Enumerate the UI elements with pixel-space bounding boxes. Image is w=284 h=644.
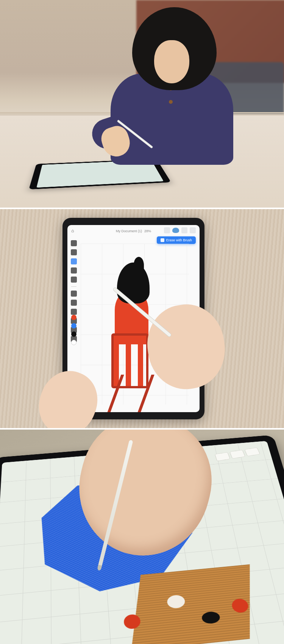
cloud-icon[interactable] (172, 228, 179, 233)
photo-panel-closeup (0, 430, 284, 644)
brush-tool-icon[interactable] (71, 258, 77, 264)
photo-panel-tablet-topdown: ⌂ My Document (1) 28% Erase with Brush (0, 209, 284, 428)
move-tool-icon[interactable] (71, 240, 77, 246)
primary-action-pill[interactable]: Erase with Brush (157, 236, 196, 244)
person-drawing (102, 10, 239, 176)
primary-action-label: Erase with Brush (166, 238, 192, 242)
tool-separator (71, 286, 76, 287)
swatch-red[interactable] (71, 315, 76, 320)
app-topbar: ⌂ My Document (1) 28% (67, 225, 200, 237)
person-right-arm (161, 118, 226, 149)
artwork-chair (111, 333, 148, 388)
eraser-tool-icon[interactable] (71, 277, 77, 283)
photo-panel-artist-at-desk (0, 0, 284, 208)
swatch-white[interactable] (71, 340, 76, 345)
pen-tool-icon[interactable] (71, 267, 77, 274)
home-icon[interactable]: ⌂ (71, 228, 74, 233)
text-tool-icon[interactable] (71, 300, 77, 306)
topbar-right-icons (164, 227, 196, 233)
swatch-black[interactable] (71, 331, 76, 337)
brush-icon (161, 238, 164, 242)
zoom-label: 28% (144, 229, 151, 233)
settings-icon[interactable] (190, 227, 196, 233)
swatch-blue[interactable] (71, 323, 76, 328)
person-face (154, 40, 190, 83)
crop-tool-icon[interactable] (71, 309, 77, 315)
artwork-hat (134, 257, 144, 273)
document-title: My Document (1) (116, 229, 142, 233)
share-icon[interactable] (181, 227, 187, 233)
select-tool-icon[interactable] (71, 249, 77, 255)
undo-icon[interactable] (164, 227, 170, 233)
tablet-device: ⌂ My Document (1) 28% Erase with Brush (62, 218, 204, 419)
shape-tool-icon[interactable] (71, 291, 77, 297)
color-swatch-dock (70, 315, 78, 345)
